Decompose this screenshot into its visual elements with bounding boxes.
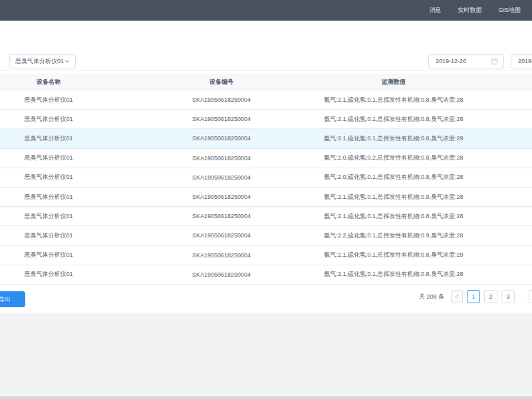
nav-item-messages[interactable]: 消息 <box>429 6 441 15</box>
cell-device-code: SKA19050618250004 <box>97 174 346 181</box>
cell-device-code: SKA19050618250004 <box>97 232 346 239</box>
cell-monitor-values: 氨气:2.1,硫化氢:0.1,总挥发性有机物:0.8,臭气浓度:28 <box>346 96 442 104</box>
cell-device-code: SKA19050618250004 <box>97 135 346 142</box>
start-date-value: 2019-12-26 <box>436 58 491 65</box>
cell-device-name: 恶臭气体分析仪01 <box>0 96 97 104</box>
cell-device-name: 恶臭气体分析仪01 <box>0 270 97 279</box>
table-row[interactable]: 恶臭气体分析仪01 SKA19050618250004 氨气:2.2,硫化氢:0… <box>0 226 532 245</box>
horizontal-scrollbar[interactable] <box>0 396 532 399</box>
cell-monitor-values: 氨气:2.1,硫化氢:0.1,总挥发性有机物:0.8,臭气浓度:28 <box>346 212 442 221</box>
chevron-down-icon <box>65 59 70 64</box>
cell-device-name: 恶臭气体分析仪01 <box>0 173 97 182</box>
cell-device-code: SKA19050618250004 <box>97 271 346 278</box>
header-device-code: 设备编号 <box>97 78 346 86</box>
cell-device-name: 恶臭气体分析仪01 <box>0 251 97 259</box>
filter-divider <box>0 70 532 70</box>
header-device-name: 设备名称 <box>0 78 97 86</box>
cell-monitor-values: 氨气:2.0,硫化氢:0.1,总挥发性有机物:0.8,臭气浓度:28 <box>346 173 442 182</box>
table-row[interactable]: 恶臭气体分析仪01 SKA19050618250004 氨气:2.1,硫化氢:0… <box>0 129 532 148</box>
cell-device-name: 恶臭气体分析仪01 <box>0 134 97 143</box>
pagination-next-button[interactable] <box>529 290 532 303</box>
cell-device-name: 恶臭气体分析仪01 <box>0 154 97 162</box>
pagination-page-2[interactable]: 2 <box>484 290 497 303</box>
export-button[interactable]: 导出 <box>0 291 25 307</box>
nav-item-realtime-data[interactable]: 实时数据 <box>458 6 481 15</box>
table-row[interactable]: 恶臭气体分析仪01 SKA19050618250004 氨气:2.1,硫化氢:0… <box>0 90 532 110</box>
cell-device-name: 恶臭气体分析仪01 <box>0 231 97 240</box>
cell-device-code: SKA19050618250004 <box>97 116 346 122</box>
cell-monitor-values: 氨气:2.0,硫化氢:0.2,总挥发性有机物:0.8,臭气浓度:28 <box>346 154 442 162</box>
table-row[interactable]: 恶臭气体分析仪01 SKA19050618250004 氨气:2.0,硫化氢:0… <box>0 168 532 188</box>
cell-monitor-values: 氨气:2.1,硫化氢:0.1,总挥发性有机物:0.8,臭气浓度:29 <box>346 134 442 143</box>
monitor-data-table: 设备名称 设备编号 监测数值 恶臭气体分析仪01 SKA190506182500… <box>0 74 532 285</box>
header-monitor-values: 监测数值 <box>346 78 442 86</box>
table-row[interactable]: 恶臭气体分析仪01 SKA19050618250004 氨气:2.1,硫化氢:0… <box>0 265 532 285</box>
pagination-page-1[interactable]: 1 <box>467 290 480 303</box>
table-row[interactable]: 恶臭气体分析仪01 SKA19050618250004 氨气:2.1,硫化氢:0… <box>0 207 532 226</box>
page-background <box>0 313 532 399</box>
cell-device-code: SKA19050618250004 <box>97 252 346 259</box>
cell-device-name: 恶臭气体分析仪01 <box>0 193 97 201</box>
top-navbar: 消息 实时数据 GIS地图 <box>0 0 532 21</box>
cell-device-code: SKA19050618250004 <box>97 213 346 219</box>
end-date-input[interactable]: 2019-12-26 <box>511 54 532 68</box>
cell-monitor-values: 氨气:2.2,硫化氢:0.1,总挥发性有机物:0.9,臭气浓度:28 <box>346 231 442 240</box>
table-body: 恶臭气体分析仪01 SKA19050618250004 氨气:2.1,硫化氢:0… <box>0 90 532 285</box>
start-date-input[interactable]: 2019-12-26 <box>428 54 504 68</box>
pagination-total: 共 208 条 <box>411 293 444 301</box>
table-header-row: 设备名称 设备编号 监测数值 <box>0 74 532 90</box>
cell-monitor-values: 氨气:2.1,硫化氢:0.1,总挥发性有机物:0.8,臭气浓度:28 <box>346 270 442 279</box>
filter-bar: 恶臭气体分析仪01 2019-12-26 2019-12-26 <box>0 21 532 70</box>
pagination-ellipsis: ··· <box>518 294 526 300</box>
cell-device-code: SKA19050618250004 <box>97 155 346 162</box>
table-row[interactable]: 恶臭气体分析仪01 SKA19050618250004 氨气:2.1,硫化氢:0… <box>0 246 532 265</box>
device-select[interactable]: 恶臭气体分析仪01 <box>9 54 76 68</box>
calendar-icon <box>491 58 498 65</box>
table-row[interactable]: 恶臭气体分析仪01 SKA19050618250004 氨气:2.1,硫化氢:0… <box>0 110 532 129</box>
pagination-bar: 导出 共 208 条 < 1 2 3 ··· <box>0 285 532 313</box>
cell-device-code: SKA19050618250004 <box>97 96 346 103</box>
device-select-value: 恶臭气体分析仪01 <box>15 57 65 66</box>
cell-monitor-values: 氨气:2.1,硫化氢:0.1,总挥发性有机物:0.8,臭气浓度:29 <box>346 251 442 259</box>
cell-monitor-values: 氨气:2.1,硫化氢:0.1,总挥发性有机物:0.9,臭气浓度:28 <box>346 193 442 201</box>
pagination-prev-button[interactable]: < <box>451 290 463 303</box>
end-date-value: 2019-12-26 <box>518 58 532 65</box>
cell-device-code: SKA19050618250004 <box>97 194 346 200</box>
nav-item-gis-map[interactable]: GIS地图 <box>498 6 521 15</box>
cell-monitor-values: 氨气:2.1,硫化氢:0.1,总挥发性有机物:0.8,臭气浓度:28 <box>346 115 442 124</box>
cell-device-name: 恶臭气体分析仪01 <box>0 115 97 124</box>
cell-device-name: 恶臭气体分析仪01 <box>0 212 97 221</box>
table-row[interactable]: 恶臭气体分析仪01 SKA19050618250004 氨气:2.1,硫化氢:0… <box>0 188 532 207</box>
pagination-page-3[interactable]: 3 <box>501 290 515 303</box>
pagination-controls: 共 208 条 < 1 2 3 ··· <box>411 290 532 303</box>
table-row[interactable]: 恶臭气体分析仪01 SKA19050618250004 氨气:2.0,硫化氢:0… <box>0 149 532 168</box>
